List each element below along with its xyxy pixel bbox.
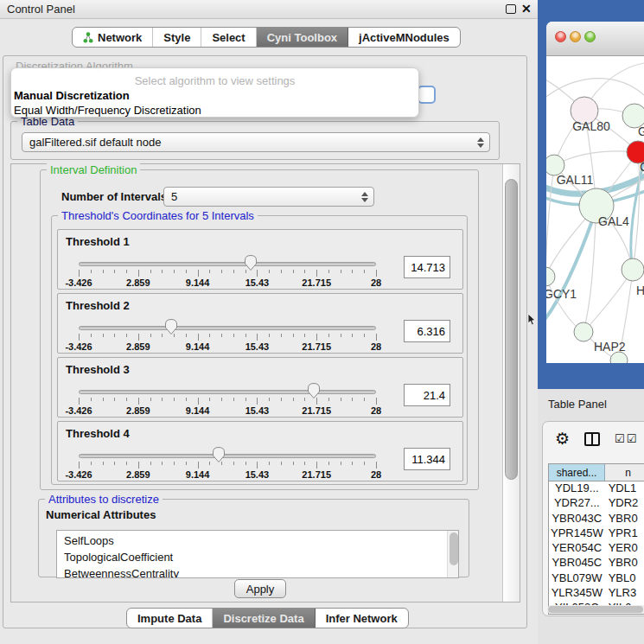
table-row[interactable]: YPR145WYPR1	[549, 526, 644, 541]
tick-mark	[91, 462, 92, 465]
table-row[interactable]: YER054CYER0	[549, 541, 644, 556]
tick-mark	[126, 270, 127, 273]
horizontal-scrollbar[interactable]	[547, 605, 644, 614]
table-row[interactable]: YBR045CYBR0	[549, 556, 644, 571]
table-row[interactable]: YBL079WYBL0	[549, 571, 644, 586]
table-data-combobox[interactable]: galFiltered.sif default node	[22, 132, 490, 152]
slider-ticks	[79, 398, 376, 405]
slider-thumb[interactable]	[243, 253, 258, 271]
threshold-4-slider[interactable]: -3.4262.8599.14415.4321.71528	[79, 422, 376, 482]
tick-mark	[221, 334, 222, 337]
tick-mark	[198, 334, 199, 341]
tick-mark	[233, 398, 234, 401]
column-header-name[interactable]: n	[605, 464, 644, 481]
slider-thumb[interactable]	[163, 317, 179, 335]
top-tab-strip: NetworkStyleSelectCyni ToolboxjActiveMNo…	[72, 27, 461, 48]
vertical-scrollbar-thumb[interactable]	[505, 179, 518, 480]
apply-button[interactable]: Apply	[234, 579, 286, 598]
tick-mark	[341, 270, 341, 273]
tab-network[interactable]: Network	[73, 28, 153, 47]
list-scrollbar-thumb[interactable]	[450, 532, 458, 565]
network-node[interactable]	[546, 267, 555, 286]
numerical-attributes-list[interactable]: SelfLoopsTopologicalCoefficientBetweenne…	[56, 530, 459, 578]
network-edge-highlight[interactable]	[546, 208, 596, 326]
tick-mark	[281, 398, 282, 401]
network-node-label: C	[640, 160, 644, 174]
threshold-4-value-input[interactable]	[404, 448, 450, 470]
network-edge[interactable]	[546, 165, 554, 277]
cell-shared-name: YBR045C	[549, 556, 605, 571]
checked-checkbox-icon[interactable]: ☑	[615, 432, 625, 445]
gear-icon[interactable]: ⚙	[555, 430, 570, 447]
float-window-icon[interactable]	[506, 4, 516, 14]
slider-track[interactable]	[79, 262, 376, 266]
split-pane-icon[interactable]	[584, 432, 600, 446]
list-item[interactable]: SelfLoops	[64, 532, 458, 549]
network-canvas[interactable]: GAL80GACGAL11GAL4GCY1HHAP2	[546, 56, 644, 363]
tick-label: 9.144	[186, 405, 210, 416]
network-node[interactable]	[622, 258, 644, 281]
tick-mark	[138, 462, 139, 469]
tab-discretize-data[interactable]: Discretize Data	[213, 609, 315, 628]
threshold-1-panel: Threshold 1 -3.4262.8599.14415.4321.7152…	[57, 229, 463, 290]
algorithm-combobox[interactable]	[418, 86, 436, 104]
network-edge[interactable]	[546, 79, 644, 104]
tab-jactivemnodules[interactable]: jActiveMNodules	[348, 28, 460, 47]
threshold-3-value-input[interactable]	[404, 384, 450, 406]
tick-label: 15.43	[245, 469, 270, 480]
cell-name: YDL1	[605, 481, 644, 496]
tab-cyni-toolbox[interactable]: Cyni Toolbox	[257, 28, 348, 47]
table-row[interactable]: YLR345WYLR3	[549, 586, 644, 601]
close-traffic-light-icon[interactable]	[555, 31, 566, 42]
table-row[interactable]: YBR043CYBR0	[549, 512, 644, 526]
threshold-1-slider[interactable]: -3.4262.8599.14415.4321.71528	[79, 230, 376, 290]
threshold-1-value-input[interactable]	[404, 256, 450, 278]
tick-label: 21.715	[302, 469, 331, 480]
slider-track[interactable]	[79, 454, 376, 458]
close-icon[interactable]: ✕	[521, 2, 532, 16]
column-header-shared-name[interactable]: shared...	[549, 464, 605, 481]
tick-mark	[79, 398, 80, 405]
slider-track[interactable]	[79, 390, 376, 394]
slider-thumb[interactable]	[211, 445, 226, 463]
vertical-scrollbar[interactable]	[502, 164, 520, 602]
zoom-traffic-light-icon[interactable]	[584, 31, 596, 42]
tab-select[interactable]: Select	[201, 28, 256, 47]
checkbox-icons[interactable]: ☑ ☑	[615, 432, 636, 445]
table-row[interactable]: YDL19...YDL1	[549, 481, 644, 496]
tick-mark	[257, 398, 258, 405]
threshold-2-slider[interactable]: -3.4262.8599.14415.4321.71528	[79, 294, 376, 354]
number-of-intervals-combobox[interactable]: 5	[163, 187, 374, 207]
horizontal-scrollbar-thumb[interactable]	[548, 606, 643, 613]
tick-mark	[269, 398, 270, 401]
tick-mark	[186, 462, 187, 465]
tick-mark	[209, 398, 210, 401]
table-row[interactable]: YDR27...YDR2	[549, 496, 644, 511]
dropdown-option-manual-discretization[interactable]: Manual Discretization	[14, 89, 130, 102]
minimize-traffic-light-icon[interactable]	[570, 31, 581, 42]
tab-impute-data[interactable]: Impute Data	[127, 609, 213, 628]
dropdown-option-equal-width[interactable]: Equal Width/Frequency Discretization	[14, 104, 201, 117]
tab-style[interactable]: Style	[153, 28, 201, 47]
list-scrollbar[interactable]	[447, 531, 458, 577]
cell-shared-name: YER054C	[549, 541, 605, 556]
network-node-label: HAP2	[594, 340, 626, 354]
threshold-3-slider[interactable]: -3.4262.8599.14415.4321.71528	[79, 358, 376, 418]
tick-label: 2.859	[126, 405, 150, 416]
checked-checkbox-icon[interactable]: ☑	[627, 432, 637, 445]
slider-thumb[interactable]	[306, 381, 322, 399]
list-item[interactable]: BetweennessCentrality	[64, 565, 458, 578]
slider-ticks	[79, 334, 376, 341]
tick-mark	[281, 270, 282, 273]
network-edge[interactable]	[554, 151, 638, 165]
tick-mark	[364, 398, 365, 401]
tick-mark	[281, 462, 282, 465]
tick-mark	[186, 334, 187, 337]
tick-mark	[341, 462, 341, 465]
slider-ticks	[79, 462, 376, 469]
network-node[interactable]	[574, 322, 593, 341]
slider-track[interactable]	[79, 326, 376, 330]
list-item[interactable]: TopologicalCoefficient	[64, 549, 458, 565]
tab-infer-network[interactable]: Infer Network	[316, 609, 408, 628]
threshold-2-value-input[interactable]	[404, 320, 450, 342]
